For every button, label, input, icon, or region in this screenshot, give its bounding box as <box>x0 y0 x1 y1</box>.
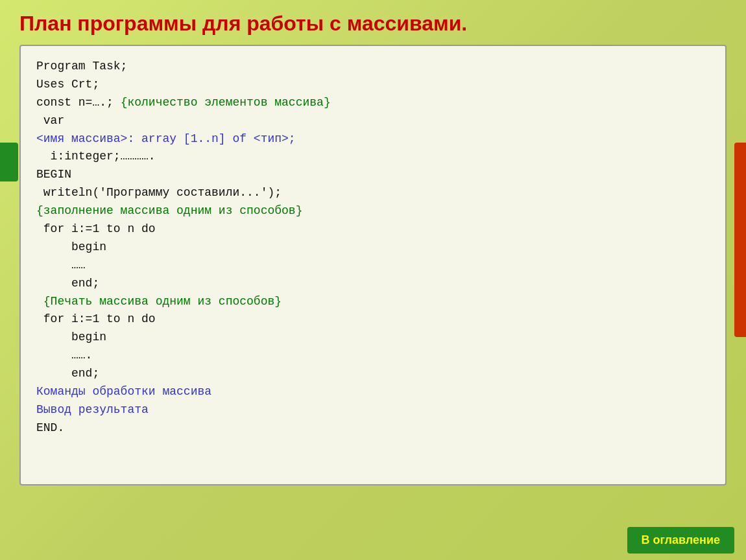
code-line-16: begin <box>36 329 710 347</box>
code-line-1: Program Task; <box>36 58 710 76</box>
right-decoration <box>734 143 746 337</box>
code-line-18: end; <box>36 365 710 383</box>
code-line-15: for i:=1 to n do <box>36 310 710 329</box>
code-line-3: const n=….; {количество элементов массив… <box>36 94 710 112</box>
page-title: План программы для работы с массивами. <box>0 0 746 45</box>
code-line-17: ……. <box>36 347 710 365</box>
code-line-19: Команды обработки массива <box>36 383 710 401</box>
code-line-20: Вывод результата <box>36 401 710 419</box>
code-line-5: <имя массива>: array [1..n] of <тип>; <box>36 130 710 148</box>
nav-button[interactable]: В оглавление <box>627 527 734 554</box>
code-line-9: {заполнение массива одним из способов} <box>36 202 710 220</box>
code-line-2: Uses Crt; <box>36 76 710 94</box>
left-decoration <box>0 143 18 181</box>
page-container: План программы для работы с массивами. P… <box>0 0 746 560</box>
code-line-7: BEGIN <box>36 166 710 184</box>
code-line-11: begin <box>36 239 710 257</box>
code-line-10: for i:=1 to n do <box>36 220 710 239</box>
code-line-14: {Печать массива одним из способов} <box>36 293 710 311</box>
code-line-21: END. <box>36 419 710 438</box>
code-line-4: var <box>36 112 710 130</box>
code-line-12: …… <box>36 257 710 275</box>
comment-1: {количество элементов массива} <box>121 96 331 109</box>
code-line-8: writeln('Программу составили...'); <box>36 184 710 202</box>
code-line-13: end; <box>36 275 710 293</box>
code-box: Program Task; Uses Crt; const n=….; {кол… <box>19 45 727 485</box>
code-line-6: i:integer;…………. <box>36 148 710 166</box>
